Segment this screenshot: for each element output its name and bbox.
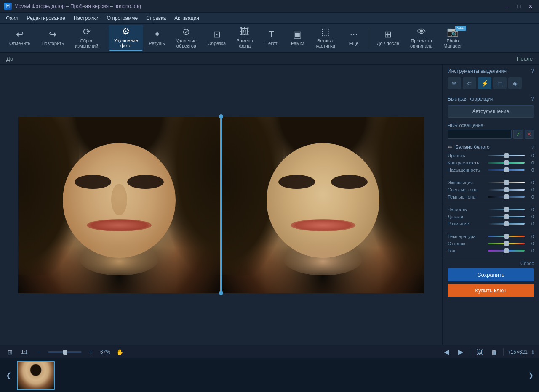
window-title: Movavi Фоторедактор – Пробная версия – n… (14, 3, 141, 9)
zoom-in-button[interactable]: + (86, 347, 96, 357)
tone-label: Тон (448, 248, 486, 253)
preview-label: Просмотр оригинала (410, 38, 432, 48)
image-size: 715×621 (508, 349, 528, 355)
before-image (18, 117, 220, 293)
hdr-input[interactable] (448, 130, 512, 139)
replace-bg-button[interactable]: 🖼 Замена фона (232, 25, 258, 51)
menu-settings[interactable]: Настройки (69, 13, 103, 23)
next-thumb-button[interactable]: ❯ (526, 371, 536, 381)
thumbnail-item[interactable] (17, 361, 55, 390)
maximize-button[interactable]: □ (515, 3, 523, 10)
hdr-section: HDR-освещение ✓ ✕ (443, 121, 539, 142)
details-slider[interactable] (488, 216, 525, 217)
hdr-ok-button[interactable]: ✓ (513, 130, 523, 139)
buy-key-button[interactable]: Купить ключ (448, 284, 534, 297)
info-icon[interactable]: ℹ (532, 349, 534, 355)
blur-label: Размытие (448, 221, 486, 226)
insert-icon: ⬚ (321, 27, 330, 37)
before-after-button[interactable]: ⊞ До / после (372, 25, 404, 51)
shadows-slider[interactable] (488, 196, 525, 198)
menu-about[interactable]: О программе (103, 13, 142, 23)
after-face (222, 117, 424, 293)
zoom-out-button[interactable]: − (34, 347, 44, 357)
thumbnail-view-button[interactable]: 🖼 (475, 347, 485, 357)
save-button[interactable]: Сохранить (448, 268, 534, 281)
menu-file[interactable]: Файл (2, 13, 23, 23)
brightness-slider[interactable] (488, 155, 525, 156)
erase-select-tool[interactable]: ◈ (508, 77, 522, 89)
auto-enhance-button[interactable]: Автоулучшение (448, 105, 534, 118)
temperature-slider[interactable] (488, 236, 525, 237)
selection-tools-title: Инструменты выделения ? (443, 65, 539, 76)
before-label: До (6, 56, 517, 62)
remove-objects-button[interactable]: ⊘ Удаление объектов (171, 25, 202, 51)
replace-icon: 🖼 (240, 27, 249, 37)
fit-screen-button[interactable]: ⊞ (5, 347, 15, 357)
close-button[interactable]: ✕ (526, 3, 535, 10)
hdr-cancel-button[interactable]: ✕ (525, 130, 534, 139)
new-badge: New (455, 26, 466, 31)
sharpness-slider[interactable] (488, 209, 525, 210)
exposure-slider[interactable] (488, 182, 525, 183)
enhance-button[interactable]: ⚙ Улучшение фото (109, 25, 143, 51)
brush-select-tool[interactable]: ✏ (448, 77, 461, 89)
undo-button[interactable]: ↩ Отменить (4, 25, 35, 51)
exposure-row: Экспозиция 0 (448, 180, 534, 185)
canvas-area[interactable] (0, 65, 442, 345)
window-controls[interactable]: – □ ✕ (503, 3, 535, 10)
menu-help[interactable]: Справка (142, 13, 170, 23)
insert-image-button[interactable]: ⬚ Вставка картинки (311, 25, 340, 51)
next-image-button[interactable]: ▶ (456, 347, 466, 357)
preview-original-button[interactable]: 👁 Просмотр оригинала (405, 25, 438, 51)
wb-header: ✏ Баланс белого ? (448, 144, 534, 151)
delete-button[interactable]: 🗑 (489, 347, 499, 357)
redo-button[interactable]: ↪ Повторить (36, 25, 69, 51)
prev-image-button[interactable]: ◀ (441, 347, 451, 357)
retouch-button[interactable]: ✦ Ретушь (144, 25, 170, 51)
reset-button[interactable]: ⟳ Сброс изменений (70, 25, 103, 51)
minimize-button[interactable]: – (503, 3, 511, 10)
wb-title: Баланс белого (455, 144, 529, 150)
enhance-label: Улучшение фото (114, 38, 138, 48)
blur-row: Размытие 0 (448, 221, 534, 226)
frames-button[interactable]: ▣ Рамки (285, 25, 310, 51)
reset-link[interactable]: Сброс (448, 261, 534, 266)
saturation-slider[interactable] (488, 169, 525, 171)
enhance-icon: ⚙ (122, 27, 130, 36)
text-icon: T (269, 30, 274, 39)
lasso-select-tool[interactable]: ⊂ (463, 77, 476, 89)
menu-edit[interactable]: Редактирование (23, 13, 69, 23)
temperature-label: Температура (448, 234, 486, 239)
zoom-slider-track[interactable] (48, 351, 82, 353)
tone-slider[interactable] (488, 250, 525, 252)
before-after-divider[interactable] (220, 117, 222, 293)
sharpness-label: Четкость (448, 207, 486, 212)
tint-slider[interactable] (488, 243, 525, 244)
quick-correction-title: Быстрая коррекция ? (443, 93, 539, 103)
ratio-button[interactable]: 1:1 (19, 347, 29, 357)
crop-button[interactable]: ⊡ Обрезка (203, 25, 231, 51)
wb-pipette-icon: ✏ (448, 144, 453, 151)
after-label: После (517, 56, 533, 62)
pan-tool-button[interactable]: ✋ (115, 347, 125, 357)
before-after-icon: ⊞ (384, 30, 392, 39)
selection-help-icon[interactable]: ? (531, 68, 534, 74)
before-after-label: До / после (377, 41, 399, 46)
quick-correction-help[interactable]: ? (531, 96, 534, 102)
wb-help-icon[interactable]: ? (531, 145, 534, 150)
text-button[interactable]: T Текст (259, 25, 284, 51)
statusbar-sep (470, 348, 470, 356)
saturation-row: Насыщенность 0 (448, 167, 534, 172)
highlights-slider[interactable] (488, 189, 525, 191)
brightness-label: Яркость (448, 153, 486, 158)
menu-activate[interactable]: Активация (170, 13, 203, 23)
more-button[interactable]: ··· Ещё (341, 25, 366, 51)
undo-label: Отменить (9, 41, 30, 46)
magic-select-tool[interactable]: ⚡ (478, 77, 491, 89)
hdr-label: HDR-освещение (448, 123, 534, 128)
crop-icon: ⊡ (213, 30, 221, 39)
blur-slider[interactable] (488, 223, 525, 225)
contrast-slider[interactable] (488, 162, 525, 164)
prev-thumb-button[interactable]: ❮ (3, 371, 13, 381)
rect-select-tool[interactable]: ▭ (493, 77, 507, 89)
